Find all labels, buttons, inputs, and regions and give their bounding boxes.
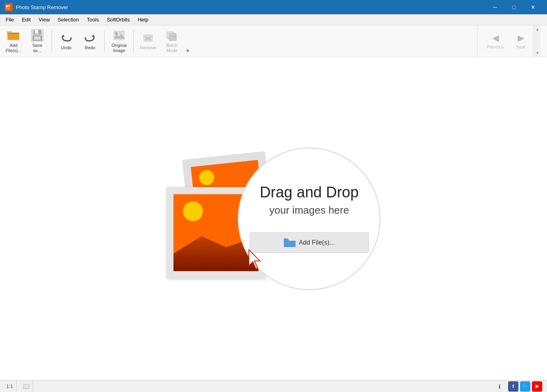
remove-icon: [142, 31, 154, 44]
app-icon: [5, 3, 13, 11]
svg-point-13: [115, 32, 117, 35]
redo-icon: [84, 31, 96, 44]
batch-mode-button[interactable]: BatchMode: [161, 28, 183, 55]
save-as-label: Saveas...: [32, 43, 42, 53]
add-files-circle-label: Add File(s)...: [299, 239, 335, 246]
undo-icon: [60, 31, 73, 44]
svg-rect-9: [35, 30, 38, 34]
menu-edit[interactable]: Edit: [18, 15, 35, 24]
zoom-level: 1:1: [3, 380, 17, 392]
redo-label: Redo: [85, 45, 95, 50]
menu-softorbits[interactable]: SoftOrbits: [103, 15, 134, 24]
toolbar-more-button[interactable]: ▼: [185, 48, 192, 57]
svg-rect-5: [8, 33, 19, 39]
save-as-button[interactable]: Saveas...: [26, 28, 48, 55]
previous-label: Previous: [487, 44, 504, 49]
chevron-down-icon: ▼: [185, 48, 190, 54]
svg-rect-25: [24, 385, 29, 388]
info-button[interactable]: ℹ: [494, 381, 505, 392]
batch-mode-icon: [166, 29, 178, 42]
close-button[interactable]: ✕: [524, 0, 542, 14]
undo-label: Undo: [61, 45, 71, 50]
remove-label: Remove: [140, 45, 156, 50]
add-files-button[interactable]: AddFile(s)...: [2, 28, 25, 55]
redo-button[interactable]: Redo: [79, 28, 101, 55]
title-bar: Photo Stamp Remover ─ □ ✕: [0, 0, 547, 14]
youtube-icon[interactable]: ▶: [532, 381, 542, 392]
status-bar: 1:1 ℹ f 🐦 ▶: [0, 380, 547, 392]
toolbar-group-main: AddFile(s)... Saveas...: [0, 25, 185, 57]
nav-buttons: ◀ Previous ▶ Next ▲ ▼: [478, 25, 541, 57]
menu-view[interactable]: View: [35, 15, 54, 24]
svg-rect-11: [34, 37, 40, 40]
next-button[interactable]: ▶ Next: [508, 27, 534, 56]
drop-zone-subtitle: your images here: [270, 204, 349, 216]
svg-rect-22: [284, 239, 289, 242]
maximize-button[interactable]: □: [505, 0, 523, 14]
original-image-button[interactable]: OriginalImage: [108, 28, 130, 55]
image-info: [20, 380, 33, 392]
original-image-icon: [113, 29, 125, 42]
cursor-icon: [246, 248, 265, 270]
social-icons: f 🐦 ▶: [508, 381, 542, 392]
menu-help[interactable]: Help: [134, 15, 152, 24]
app-title: Photo Stamp Remover: [16, 4, 486, 10]
previous-button[interactable]: ◀ Previous: [483, 27, 508, 56]
folder-icon: [284, 238, 295, 247]
twitter-icon[interactable]: 🐦: [520, 381, 530, 392]
svg-marker-20: [249, 250, 260, 269]
next-arrow-icon: ▶: [518, 33, 524, 43]
add-files-circle-button[interactable]: Add File(s)...: [250, 232, 369, 253]
original-image-label: OriginalImage: [112, 43, 127, 53]
remove-button[interactable]: Remove: [137, 28, 159, 55]
svg-rect-21: [284, 241, 296, 247]
facebook-icon[interactable]: f: [508, 381, 518, 392]
scroll-indicator: ▲ ▼: [534, 25, 541, 57]
next-label: Next: [516, 44, 526, 49]
svg-rect-6: [7, 33, 19, 34]
svg-rect-23: [284, 241, 296, 247]
menu-tools[interactable]: Tools: [83, 15, 103, 24]
toolbar: AddFile(s)... Saveas...: [0, 25, 547, 57]
window-controls: ─ □ ✕: [486, 0, 542, 14]
folder-open-icon: [7, 29, 20, 42]
previous-arrow-icon: ◀: [492, 33, 499, 43]
add-files-label: AddFile(s)...: [6, 43, 21, 53]
batch-mode-label: BatchMode: [166, 43, 177, 53]
toolbar-separator-3: [133, 30, 134, 52]
drop-zone-title: Drag and Drop: [260, 184, 358, 201]
menu-bar: File Edit View Selection Tools SoftOrbit…: [0, 14, 547, 25]
toolbar-separator-2: [104, 30, 105, 52]
minimize-button[interactable]: ─: [486, 0, 504, 14]
drop-area: Drag and Drop your images here Add File(…: [166, 147, 381, 290]
toolbar-separator-1: [52, 30, 52, 52]
menu-file[interactable]: File: [2, 15, 18, 24]
save-icon: [31, 29, 44, 42]
menu-selection[interactable]: Selection: [54, 15, 83, 24]
svg-rect-12: [114, 31, 125, 40]
main-content: Drag and Drop your images here Add File(…: [0, 57, 547, 380]
undo-button[interactable]: Undo: [55, 28, 77, 55]
